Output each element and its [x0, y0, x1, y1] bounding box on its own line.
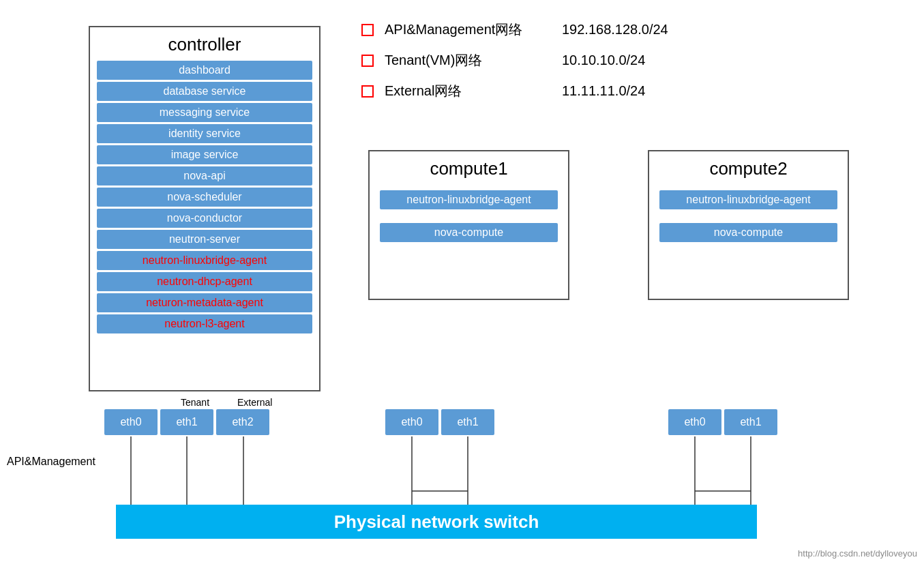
controller-box: controller dashboard database service me…: [89, 26, 321, 391]
tenant-label: Tenant: [181, 397, 209, 408]
switch-label: Physical network switch: [334, 511, 539, 533]
service-nova-api: nova-api: [97, 166, 312, 185]
external-label: External: [237, 397, 272, 408]
service-neutron-l3: neutron-l3-agent: [97, 314, 312, 333]
compute2-eth0: eth0: [668, 409, 721, 435]
compute1-box: compute1 neutron-linuxbridge-agent nova-…: [368, 150, 569, 300]
service-identity: identity service: [97, 124, 312, 143]
legend-item-tenant: Tenant(VM)网络 10.10.10.0/24: [361, 51, 668, 70]
legend-label-tenant: Tenant(VM)网络: [385, 51, 535, 70]
legend-icon-api: [361, 24, 374, 36]
compute1-nova-compute: nova-compute: [380, 223, 558, 242]
compute2-box: compute2 neutron-linuxbridge-agent nova-…: [648, 150, 849, 300]
compute2-title: compute2: [659, 158, 837, 179]
legend-label-api: API&Management网络: [385, 20, 535, 39]
legend-icon-external: [361, 85, 374, 98]
service-database: database service: [97, 82, 312, 101]
service-messaging: messaging service: [97, 103, 312, 122]
compute2-eth1: eth1: [724, 409, 777, 435]
service-neturon-metadata: neturon-metadata-agent: [97, 293, 312, 312]
legend-value-tenant: 10.10.10.0/24: [562, 53, 645, 68]
controller-eth1: eth1: [160, 409, 213, 435]
compute1-eth-row: eth0 eth1: [385, 409, 494, 435]
service-nova-conductor: nova-conductor: [97, 209, 312, 228]
legend-icon-tenant: [361, 55, 374, 67]
api-management-label: API&Management: [7, 456, 95, 468]
legend-value-external: 11.11.11.0/24: [562, 83, 645, 99]
legend-item-api: API&Management网络 192.168.128.0/24: [361, 20, 668, 39]
service-neutron-linuxbridge: neutron-linuxbridge-agent: [97, 251, 312, 270]
service-dashboard: dashboard: [97, 61, 312, 80]
compute1-eth0: eth0: [385, 409, 438, 435]
compute2-neutron-lb: neutron-linuxbridge-agent: [659, 190, 837, 209]
compute1-title: compute1: [380, 158, 558, 179]
switch-bar: Physical network switch: [116, 505, 757, 539]
service-nova-scheduler: nova-scheduler: [97, 188, 312, 207]
controller-eth2: eth2: [216, 409, 269, 435]
controller-title: controller: [97, 34, 312, 55]
compute1-neutron-lb: neutron-linuxbridge-agent: [380, 190, 558, 209]
controller-eth-row: eth0 eth1 eth2: [104, 409, 269, 435]
compute1-eth1: eth1: [441, 409, 494, 435]
controller-eth0: eth0: [104, 409, 158, 435]
legend-value-api: 192.168.128.0/24: [562, 22, 668, 38]
legend: API&Management网络 192.168.128.0/24 Tenant…: [361, 20, 668, 113]
service-image: image service: [97, 145, 312, 164]
compute2-nova-compute: nova-compute: [659, 223, 837, 242]
watermark: http://blog.csdn.net/dylloveyou: [798, 548, 917, 559]
service-neutron-server: neutron-server: [97, 230, 312, 249]
legend-label-external: External网络: [385, 82, 535, 100]
compute2-eth-row: eth0 eth1: [668, 409, 777, 435]
main-container: API&Management网络 192.168.128.0/24 Tenant…: [0, 0, 924, 564]
legend-item-external: External网络 11.11.11.0/24: [361, 82, 668, 100]
service-neutron-dhcp: neutron-dhcp-agent: [97, 272, 312, 291]
